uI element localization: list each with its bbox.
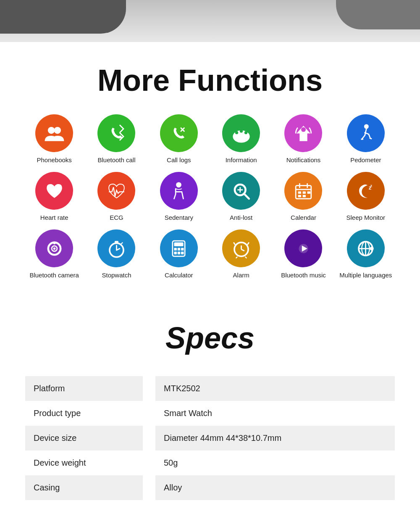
sedentary-label: Sedentary xyxy=(165,214,193,221)
spec-label: Device weight xyxy=(25,451,143,475)
function-multiple-languages: Multiple languages xyxy=(337,229,395,279)
svg-rect-39 xyxy=(174,242,184,246)
svg-point-7 xyxy=(244,131,247,134)
notifications-icon xyxy=(284,114,322,152)
svg-rect-41 xyxy=(178,248,180,250)
function-sleep-monitor: z z Sleep Monitor xyxy=(337,172,395,221)
function-notifications: Notifications xyxy=(274,114,332,163)
spec-row: Device sizeDiameter 44mm 44*38*10.7mm xyxy=(25,426,395,451)
svg-line-15 xyxy=(244,193,249,198)
ecg-label: ECG xyxy=(110,214,123,221)
calculator-icon xyxy=(160,229,198,267)
specs-section: Specs PlatformMTK2502Product typeSmart W… xyxy=(0,304,420,506)
svg-point-32 xyxy=(53,242,55,244)
function-sedentary: Sedentary xyxy=(150,172,208,221)
svg-rect-26 xyxy=(307,191,310,194)
bluetooth-camera-label: Bluetooth camera xyxy=(29,271,79,279)
multiple-languages-icon xyxy=(347,229,385,267)
svg-rect-25 xyxy=(303,195,306,197)
heart-rate-label: Heart rate xyxy=(40,214,68,221)
svg-point-13 xyxy=(176,182,181,187)
function-anti-lost: Anti-lost xyxy=(212,172,270,221)
functions-grid: Phonebooks Bluetooth call Call logs xyxy=(0,114,420,279)
svg-point-0 xyxy=(48,126,55,134)
bluetooth-camera-icon xyxy=(35,229,73,267)
svg-line-51 xyxy=(236,256,237,258)
pedometer-label: Pedometer xyxy=(350,156,381,163)
svg-point-6 xyxy=(239,129,242,132)
bluetooth-music-icon xyxy=(284,229,322,267)
notifications-label: Notifications xyxy=(286,156,321,163)
spec-row: PlatformMTK2502 xyxy=(25,376,395,401)
multiple-languages-label: Multiple languages xyxy=(339,271,392,279)
spec-row: Device weight50g xyxy=(25,451,395,475)
anti-lost-icon xyxy=(222,172,260,210)
spec-value: MTK2502 xyxy=(155,376,395,401)
function-heart-rate: Heart rate xyxy=(25,172,83,221)
svg-line-12 xyxy=(370,138,372,139)
spec-value: Smart Watch xyxy=(155,401,395,426)
call-logs-label: Call logs xyxy=(167,156,191,163)
function-phonebooks: Phonebooks xyxy=(25,114,83,163)
svg-point-55 xyxy=(302,247,305,250)
svg-rect-44 xyxy=(178,251,180,254)
calendar-label: Calendar xyxy=(291,214,316,221)
spec-row: Product typeSmart Watch xyxy=(25,401,395,426)
calendar-icon xyxy=(284,172,322,210)
phonebooks-icon xyxy=(35,114,73,152)
function-information: Information xyxy=(212,114,270,163)
svg-point-9 xyxy=(301,127,306,132)
svg-rect-36 xyxy=(115,241,118,243)
svg-point-1 xyxy=(54,126,61,134)
bluetooth-call-icon xyxy=(97,114,135,152)
svg-text:z: z xyxy=(370,184,373,188)
ecg-icon xyxy=(97,172,135,210)
svg-line-50 xyxy=(247,242,249,245)
function-calculator: Calculator xyxy=(150,229,208,279)
svg-point-31 xyxy=(53,247,55,250)
specs-title: Specs xyxy=(25,321,395,355)
information-icon xyxy=(222,114,260,152)
pedometer-icon xyxy=(347,114,385,152)
sedentary-icon xyxy=(160,172,198,210)
sleep-monitor-label: Sleep Monitor xyxy=(346,214,386,221)
svg-rect-23 xyxy=(303,191,306,194)
svg-rect-43 xyxy=(174,251,177,254)
stopwatch-label: Stopwatch xyxy=(102,271,131,279)
svg-rect-22 xyxy=(298,191,301,194)
spec-label: Device size xyxy=(25,426,143,451)
function-call-logs: Call logs xyxy=(150,114,208,163)
bluetooth-music-label: Bluetooth music xyxy=(281,271,326,279)
stopwatch-icon xyxy=(97,229,135,267)
svg-rect-40 xyxy=(174,248,177,250)
function-alarm: Alarm xyxy=(212,229,270,279)
function-ecg: ECG xyxy=(87,172,145,221)
anti-lost-label: Anti-lost xyxy=(230,214,252,221)
svg-point-10 xyxy=(364,124,369,129)
heart-rate-icon xyxy=(35,172,73,210)
alarm-label: Alarm xyxy=(233,271,249,279)
spec-label: Platform xyxy=(25,376,143,401)
spec-label: Casing xyxy=(25,475,143,500)
svg-rect-45 xyxy=(181,251,184,254)
spec-value: Alloy xyxy=(155,475,395,500)
function-calendar: Calendar xyxy=(274,172,332,221)
information-label: Information xyxy=(226,156,257,163)
functions-title: More Functions xyxy=(0,63,420,98)
alarm-icon xyxy=(222,229,260,267)
function-bluetooth-music: Bluetooth music xyxy=(274,229,332,279)
specs-table: PlatformMTK2502Product typeSmart WatchDe… xyxy=(25,376,395,500)
spec-value: 50g xyxy=(155,451,395,475)
function-pedometer: Pedometer xyxy=(337,114,395,163)
svg-line-49 xyxy=(234,242,235,245)
function-bluetooth-camera: Bluetooth camera xyxy=(25,229,83,279)
sleep-monitor-icon: z z xyxy=(347,172,385,210)
spec-row: CasingAlloy xyxy=(25,475,395,500)
phonebooks-label: Phonebooks xyxy=(37,156,71,163)
spec-label: Product type xyxy=(25,401,143,426)
svg-line-52 xyxy=(245,256,247,258)
svg-rect-24 xyxy=(298,195,301,197)
calculator-label: Calculator xyxy=(165,271,193,279)
svg-point-5 xyxy=(235,131,238,134)
top-banner xyxy=(0,0,420,42)
